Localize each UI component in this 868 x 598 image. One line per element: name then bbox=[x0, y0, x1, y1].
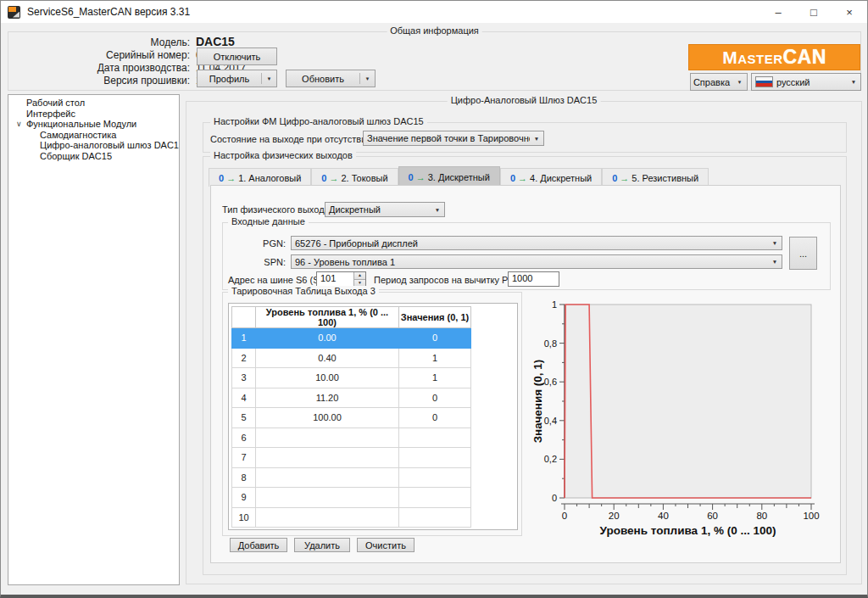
chevron-down-icon: ▼ bbox=[732, 80, 747, 85]
dac-gateway-group: Цифро-Аналоговый Шлюз DAC15 Настройки ФМ… bbox=[186, 101, 862, 584]
pgn-select[interactable]: 65276 - Приборный дисплей ▼ bbox=[291, 236, 782, 250]
table-row[interactable]: 7 bbox=[232, 448, 471, 468]
disconnect-button[interactable]: Отключить bbox=[197, 48, 277, 65]
info-label: Серийный номер: bbox=[8, 49, 190, 61]
chevron-down-icon: ▼ bbox=[847, 79, 860, 85]
tree-item[interactable]: ∨Функциональные Модули bbox=[8, 119, 179, 130]
table-row[interactable]: 9 bbox=[232, 488, 471, 508]
table-cell[interactable] bbox=[399, 448, 471, 468]
window-title: ServiceS6_MasterCAN версия 3.31 bbox=[27, 6, 190, 18]
table-cell[interactable]: 100.00 bbox=[256, 408, 399, 428]
x-axis-title: Уровень топлива 1, % (0 ... 100) bbox=[600, 524, 776, 537]
table-cell[interactable]: 5 bbox=[232, 408, 256, 428]
table-cell[interactable] bbox=[399, 467, 471, 488]
chevron-expanded-icon[interactable]: ∨ bbox=[16, 119, 22, 130]
table-cell[interactable]: 9 bbox=[232, 488, 256, 508]
table-cell[interactable]: 6 bbox=[232, 428, 256, 448]
table-cell[interactable]: 0.00 bbox=[256, 328, 399, 349]
table-cell[interactable]: 10.00 bbox=[256, 368, 399, 388]
tree-item[interactable]: Сборщик DAC15 bbox=[8, 151, 179, 162]
table-row[interactable]: 310.001 bbox=[232, 368, 471, 388]
table-cell[interactable]: 3 bbox=[232, 368, 256, 388]
table-cell[interactable] bbox=[256, 467, 399, 488]
table-row[interactable]: 20.401 bbox=[232, 348, 471, 368]
address-stepper[interactable]: 101 ▲▼ bbox=[316, 271, 366, 287]
close-button[interactable]: × bbox=[832, 1, 867, 23]
info-label: Дата производства: bbox=[8, 62, 190, 74]
tab-label: 5. Резистивный bbox=[632, 173, 698, 183]
table-cell[interactable]: 11.20 bbox=[256, 388, 399, 408]
output-type-select[interactable]: Дискретный ▼ bbox=[325, 202, 445, 217]
arrow-right-icon: → bbox=[620, 173, 629, 183]
tree-item[interactable]: Самодиагностика bbox=[8, 130, 179, 141]
table-cell[interactable]: 0 bbox=[399, 388, 471, 408]
y-tick-label: 0,8 bbox=[544, 338, 557, 349]
profile-button[interactable]: Профиль▼ bbox=[197, 70, 277, 87]
table-cell[interactable] bbox=[256, 448, 399, 468]
stepper-up-icon[interactable]: ▲ bbox=[354, 272, 365, 280]
minimize-button[interactable]: – bbox=[760, 1, 796, 23]
maximize-button[interactable]: □ bbox=[796, 1, 832, 23]
table-row[interactable]: 411.200 bbox=[232, 388, 471, 408]
table-cell[interactable]: 8 bbox=[232, 467, 256, 488]
app-icon bbox=[8, 6, 20, 19]
chevron-down-icon: ▼ bbox=[360, 76, 375, 81]
tree-item-label: Самодиагностика bbox=[40, 130, 116, 140]
help-button[interactable]: Справка▼ bbox=[690, 73, 748, 91]
table-cell[interactable] bbox=[256, 428, 399, 448]
table-header-cell: Значения (0, 1) bbox=[399, 307, 471, 328]
tab-4[interactable]: 0→4. Дискретный bbox=[500, 168, 602, 187]
tab-content-panel: Тип физического выхода: Дискретный ▼ Вхо… bbox=[210, 185, 841, 563]
table-row[interactable]: 10.000 bbox=[232, 328, 471, 349]
tab-label: 3. Дискретный bbox=[428, 172, 490, 182]
add-button[interactable]: Добавить bbox=[230, 538, 287, 552]
table-cell[interactable]: 1 bbox=[399, 368, 471, 388]
table-cell[interactable]: 7 bbox=[232, 448, 256, 468]
table-cell[interactable] bbox=[399, 507, 471, 528]
stepper-down-icon[interactable]: ▼ bbox=[354, 280, 365, 287]
spn-select[interactable]: 96 - Уровень топлива 1 ▼ bbox=[291, 254, 782, 269]
table-cell[interactable] bbox=[256, 507, 399, 528]
no-data-state-select[interactable]: Значение первой точки в Тарировочной Таб… bbox=[363, 131, 544, 146]
tab-5[interactable]: 0→5. Резистивный bbox=[602, 168, 709, 187]
table-cell[interactable]: 4 bbox=[232, 388, 256, 408]
tree-item[interactable]: Интерфейс bbox=[8, 109, 179, 120]
arrow-right-icon: → bbox=[518, 173, 527, 183]
table-cell[interactable]: 0 bbox=[399, 328, 471, 349]
info-row: Модель:DAC15 bbox=[8, 36, 288, 48]
delete-button[interactable]: Удалить bbox=[294, 538, 350, 552]
more-button[interactable]: ... bbox=[789, 237, 817, 270]
table-cell[interactable] bbox=[256, 488, 399, 508]
table-cell[interactable]: 10 bbox=[232, 507, 256, 528]
pgn-label: PGN: bbox=[223, 238, 286, 249]
clear-button[interactable]: Очистить bbox=[357, 538, 415, 552]
navigation-tree: Рабочий столИнтерфейс∨Функциональные Мод… bbox=[8, 94, 180, 585]
table-cell[interactable] bbox=[399, 488, 471, 508]
table-cell[interactable] bbox=[399, 428, 471, 448]
table-cell[interactable]: 0.40 bbox=[256, 348, 399, 368]
table-row[interactable]: 5100.000 bbox=[232, 408, 471, 428]
tree-item[interactable]: Рабочий стол bbox=[8, 98, 179, 109]
x-tick-label: 100 bbox=[803, 511, 819, 521]
language-select[interactable]: русский ▼ bbox=[751, 73, 861, 91]
table-row[interactable]: 10 bbox=[232, 507, 471, 528]
tab-1[interactable]: 0→1. Аналоговый bbox=[209, 168, 311, 187]
calibration-table-panel: Уровень топлива 1, % (0 ... 100)Значения… bbox=[228, 303, 518, 530]
calibration-table[interactable]: Уровень топлива 1, % (0 ... 100)Значения… bbox=[231, 306, 471, 528]
tab-2[interactable]: 0→2. Токовый bbox=[311, 168, 398, 187]
table-row[interactable]: 8 bbox=[232, 467, 471, 488]
table-cell[interactable]: 2 bbox=[232, 348, 256, 368]
x-tick-label: 0 bbox=[562, 511, 567, 521]
tree-item-label: Интерфейс bbox=[26, 109, 75, 119]
table-cell[interactable]: 1 bbox=[232, 328, 256, 349]
tab-badge: 0 bbox=[510, 173, 515, 183]
update-button[interactable]: Обновить▼ bbox=[286, 70, 376, 87]
tree-item[interactable]: Цифро-аналоговый шлюз DAC15 bbox=[8, 140, 179, 151]
tab-3[interactable]: 0→3. Дискретный bbox=[398, 166, 500, 187]
period-input[interactable]: 1000 bbox=[508, 271, 559, 287]
table-cell[interactable]: 0 bbox=[399, 408, 471, 428]
chevron-down-icon: ▼ bbox=[530, 136, 543, 142]
table-row[interactable]: 6 bbox=[232, 428, 471, 448]
table-cell[interactable]: 1 bbox=[399, 348, 471, 368]
app-window: ServiceS6_MasterCAN версия 3.31 – □ × Об… bbox=[0, 0, 868, 598]
